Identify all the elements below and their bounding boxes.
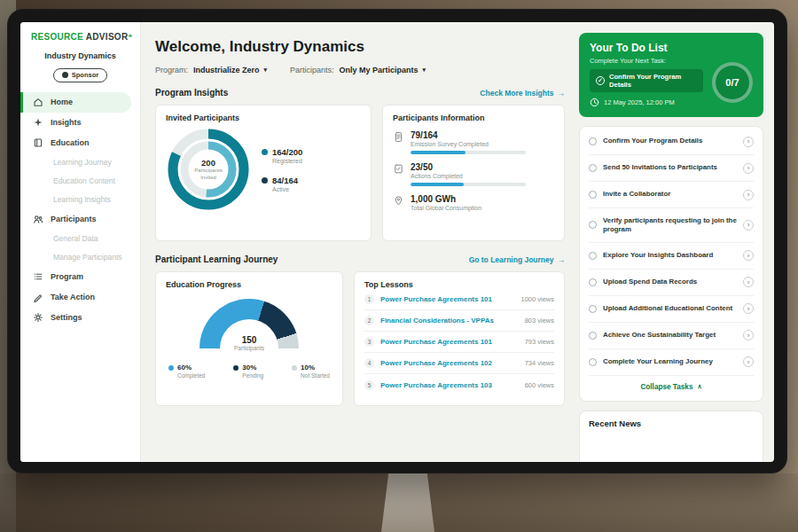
- lesson-row[interactable]: 5 Power Purchase Agreements 103 600 view…: [364, 374, 554, 395]
- task-chevron-icon[interactable]: ›: [743, 250, 754, 261]
- todo-progress-count: 0/7: [725, 77, 739, 88]
- lesson-link[interactable]: Power Purchase Agreements 101: [380, 295, 514, 303]
- logo-primary: RESOURCE: [31, 32, 83, 42]
- chevron-up-icon: ∧: [697, 383, 701, 390]
- education-progress-card: Education Progress 150 Participants 60%: [155, 271, 343, 406]
- go-to-learning-journey-link[interactable]: Go to Learning Journey →: [469, 255, 565, 264]
- gauge-legend-dot: [168, 365, 174, 371]
- sidebar-item-manage-participants[interactable]: Manage Participants: [20, 248, 140, 267]
- sponsor-badge[interactable]: Sponsor: [53, 68, 107, 82]
- todo-task[interactable]: Upload Additional Educational Content ›: [589, 296, 754, 323]
- sidebar-item-learning-journey[interactable]: Learning Journey: [20, 153, 140, 172]
- education-progress-title: Education Progress: [166, 280, 332, 289]
- task-chevron-icon[interactable]: ›: [743, 277, 754, 287]
- lesson-row[interactable]: 1 Power Purchase Agreements 101 1000 vie…: [364, 289, 554, 310]
- sidebar-item-general-data[interactable]: General Data: [20, 230, 140, 248]
- sidebar-item-label: Take Action: [51, 293, 95, 301]
- lesson-rank: 1: [364, 294, 374, 304]
- todo-due-text: 12 May 2025, 12:00 PM: [604, 98, 675, 106]
- task-chevron-icon[interactable]: ›: [743, 190, 754, 200]
- task-checkbox[interactable]: [589, 278, 597, 286]
- top-lessons-card: Top Lessons 1 Power Purchase Agreements …: [354, 271, 565, 406]
- todo-task[interactable]: Send 50 Invitations to Participants ›: [589, 155, 754, 182]
- chevron-down-icon: ▾: [423, 66, 426, 74]
- lesson-link[interactable]: Power Purchase Agreements 103: [380, 381, 519, 389]
- lesson-views: 793 views: [525, 338, 554, 346]
- task-chevron-icon[interactable]: ›: [743, 220, 754, 231]
- pending-value: 30%: [242, 364, 263, 372]
- check-more-insights-label: Check More Insights: [480, 89, 553, 98]
- task-chevron-icon[interactable]: ›: [743, 303, 754, 314]
- todo-task[interactable]: Upload Spend Data Records ›: [589, 270, 754, 296]
- legend-not-started: 10% Not Started: [292, 364, 330, 379]
- location-pin-icon: [393, 194, 404, 211]
- task-chevron-icon[interactable]: ›: [743, 163, 754, 174]
- task-label: Complete Your Learning Journey: [603, 357, 737, 366]
- task-checkbox[interactable]: [589, 221, 597, 229]
- todo-task[interactable]: Verify participants requesting to join t…: [589, 208, 754, 243]
- task-chevron-icon[interactable]: ›: [743, 356, 754, 367]
- lesson-link[interactable]: Power Purchase Agreements 102: [380, 359, 519, 367]
- lesson-views: 1000 views: [520, 295, 554, 303]
- pending-label: Pending: [242, 372, 263, 379]
- invited-card-title: Invited Participants: [166, 113, 361, 122]
- lesson-row[interactable]: 3 Power Purchase Agreements 101 793 view…: [364, 332, 554, 353]
- todo-task[interactable]: Achieve One Sustainability Target ›: [589, 323, 754, 349]
- invited-center-value: 200: [201, 158, 215, 168]
- participants-information-card: Participants Information 79/164 Emission…: [382, 105, 565, 241]
- task-chevron-icon[interactable]: ›: [743, 330, 754, 340]
- lesson-rank: 2: [364, 316, 374, 325]
- check-more-insights-link[interactable]: Check More Insights →: [480, 89, 565, 98]
- program-filter-select[interactable]: Industrialize Zero ▾: [193, 66, 267, 74]
- collapse-tasks-link[interactable]: Collapse Tasks ∧: [589, 376, 754, 399]
- sidebar-item-learning-insights[interactable]: Learning Insights: [20, 191, 140, 209]
- lesson-rank: 4: [364, 358, 374, 368]
- task-checkbox[interactable]: [589, 332, 597, 340]
- next-task-pill[interactable]: ✓ Confirm Your Program Details: [590, 69, 703, 92]
- todo-task[interactable]: Explore Your Insights Dashboard ›: [589, 243, 754, 270]
- sidebar-subitem-label: Learning Journey: [53, 158, 112, 167]
- todo-task[interactable]: Complete Your Learning Journey ›: [589, 349, 754, 376]
- sidebar-item-participants[interactable]: Participants: [20, 209, 131, 230]
- survey-icon: [393, 130, 404, 154]
- collapse-tasks-label: Collapse Tasks: [640, 383, 692, 391]
- task-checkbox[interactable]: [589, 358, 597, 366]
- sidebar-item-insights[interactable]: Insights: [20, 113, 131, 133]
- lesson-row[interactable]: 4 Power Purchase Agreements 102 734 view…: [364, 353, 554, 374]
- sidebar: RESOURCE ADVISOR+ Industry Dynamics Spon…: [20, 22, 141, 462]
- lesson-link[interactable]: Power Purchase Agreements 101: [380, 338, 519, 346]
- sponsor-badge-label: Sponsor: [72, 71, 98, 79]
- todo-tasks-card: Confirm Your Program Details › Send 50 I…: [579, 126, 763, 402]
- sidebar-item-education-content[interactable]: Education Content: [20, 172, 140, 191]
- participants-icon: [33, 214, 43, 224]
- todo-task[interactable]: Invite a Collaborator ›: [589, 182, 754, 208]
- sidebar-item-education[interactable]: Education: [20, 133, 131, 153]
- task-label: Verify participants requesting to join t…: [603, 216, 737, 235]
- sidebar-item-home[interactable]: Home: [20, 92, 131, 113]
- recent-news-card: Recent News: [579, 411, 763, 462]
- logo-secondary: ADVISOR: [86, 32, 129, 42]
- sidebar-item-label: Participants: [51, 215, 97, 223]
- task-checkbox[interactable]: [589, 137, 597, 145]
- todo-task[interactable]: Confirm Your Program Details ›: [589, 129, 754, 155]
- task-checkbox[interactable]: [589, 191, 597, 199]
- survey-progress-bar: [411, 151, 526, 154]
- task-checkbox[interactable]: [589, 164, 597, 172]
- task-checkbox[interactable]: [589, 252, 597, 260]
- info-card-title: Participants Information: [393, 113, 554, 122]
- participants-filter-select[interactable]: Only My Participants ▾: [340, 66, 426, 74]
- sidebar-item-program[interactable]: Program: [20, 267, 131, 287]
- gauge-center-value: 150: [200, 335, 299, 345]
- lesson-link[interactable]: Financial Considerations - VPPAs: [380, 317, 519, 325]
- stat-actions: 23/50 Actions Completed: [393, 162, 554, 186]
- lesson-views: 600 views: [525, 381, 554, 389]
- active-value: 84/164: [272, 176, 298, 185]
- sidebar-item-take-action[interactable]: Take Action: [20, 287, 131, 308]
- sidebar-item-label: Home: [51, 98, 73, 106]
- actions-progress-bar: [411, 183, 526, 186]
- lesson-row[interactable]: 2 Financial Considerations - VPPAs 803 v…: [364, 310, 554, 332]
- task-checkbox[interactable]: [589, 305, 597, 313]
- task-chevron-icon[interactable]: ›: [743, 137, 754, 147]
- monitor-bezel: RESOURCE ADVISOR+ Industry Dynamics Spon…: [7, 9, 787, 473]
- sidebar-item-settings[interactable]: Settings: [20, 308, 131, 328]
